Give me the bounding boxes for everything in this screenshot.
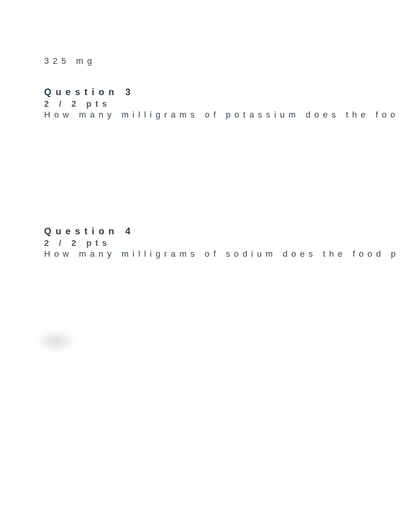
question-block-3: Question 3 2 / 2 pts How many milligrams… <box>44 87 399 120</box>
question-4-points: 2 / 2 pts <box>44 238 399 248</box>
previous-answer-text: 325 mg <box>44 56 96 66</box>
quiz-page: 325 mg Question 3 2 / 2 pts How many mil… <box>0 0 411 532</box>
question-3-points: 2 / 2 pts <box>44 99 399 109</box>
question-4-title: Question 4 <box>44 226 399 237</box>
question-4-body: How many milligrams of sodium does the f… <box>44 249 399 259</box>
question-3-body: How many milligrams of potassium does th… <box>44 110 399 120</box>
question-block-4: Question 4 2 / 2 pts How many milligrams… <box>44 226 399 259</box>
blurred-preview-overlay <box>36 331 76 352</box>
question-3-title: Question 3 <box>44 87 399 97</box>
